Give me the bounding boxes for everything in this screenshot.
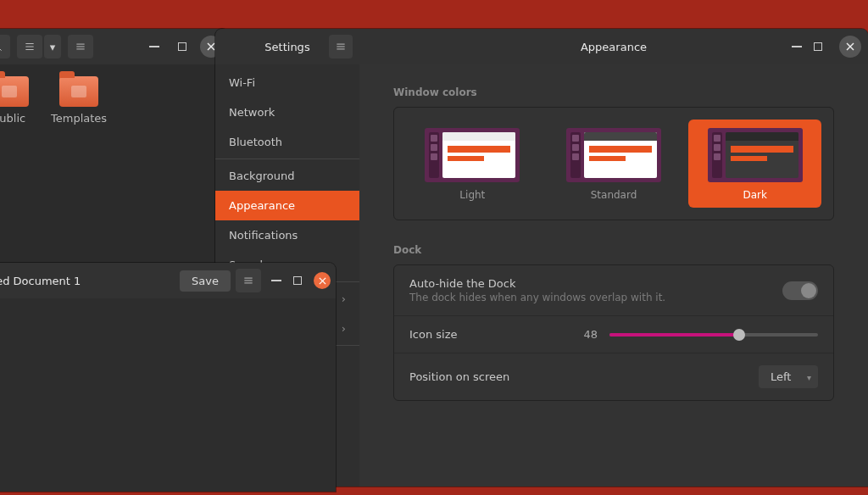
- sidebar-item-label: Background: [229, 170, 295, 182]
- files-titlebar: ▾: [0, 29, 229, 64]
- icon-size-slider[interactable]: [609, 333, 818, 336]
- folder-templates[interactable]: Templates: [51, 76, 107, 125]
- close-button[interactable]: [839, 36, 861, 58]
- editor-text-area[interactable]: [0, 298, 336, 492]
- sidebar-item-appearance[interactable]: Appearance: [215, 191, 359, 220]
- theme-preview-dark: [708, 128, 803, 182]
- icon-size-label: Icon size: [409, 328, 562, 341]
- save-button[interactable]: Save: [180, 270, 231, 292]
- settings-main: Appearance Window colors Light: [359, 29, 868, 487]
- dock-section-label: Dock: [393, 244, 834, 256]
- sidebar-item-bluetooth[interactable]: Bluetooth: [215, 127, 359, 157]
- settings-main-titlebar: Appearance: [359, 29, 868, 64]
- hamburger-icon[interactable]: [68, 35, 93, 58]
- autohide-label: Auto-hide the Dock: [409, 277, 665, 290]
- theme-preview-light: [425, 128, 520, 182]
- list-view-icon[interactable]: [17, 35, 42, 58]
- sidebar-item-label: Wi-Fi: [229, 76, 255, 89]
- color-option-label: Light: [459, 189, 485, 201]
- minimize-button[interactable]: [792, 46, 802, 47]
- settings-sidebar-titlebar: Settings: [215, 29, 359, 64]
- color-option-light[interactable]: Light: [406, 120, 539, 208]
- color-option-dark[interactable]: Dark: [688, 120, 821, 208]
- position-dropdown[interactable]: Left: [759, 365, 818, 388]
- theme-preview-standard: [566, 128, 661, 182]
- dock-settings-box: Auto-hide the Dock The dock hides when a…: [393, 264, 834, 401]
- autohide-row: Auto-hide the Dock The dock hides when a…: [394, 265, 833, 315]
- hamburger-icon[interactable]: [329, 35, 353, 58]
- maximize-button[interactable]: [293, 276, 302, 285]
- sidebar-item-background[interactable]: Background: [215, 161, 359, 191]
- chevron-right-icon: ›: [342, 322, 346, 335]
- sidebar-item-network[interactable]: Network: [215, 97, 359, 127]
- svg-line-1: [0, 48, 2, 51]
- color-option-label: Dark: [743, 189, 766, 201]
- page-title: Appearance: [366, 41, 861, 53]
- color-option-standard[interactable]: Standard: [548, 120, 681, 208]
- folder-icon: [59, 76, 98, 107]
- icon-size-value: 48: [574, 328, 598, 341]
- position-value: Left: [771, 370, 791, 383]
- files-body: Public Templates: [0, 64, 229, 136]
- close-button[interactable]: [314, 272, 331, 289]
- chevron-right-icon: ›: [342, 292, 346, 305]
- sidebar-item-notifications[interactable]: Notifications: [215, 220, 359, 250]
- autohide-sub: The dock hides when any windows overlap …: [409, 292, 665, 303]
- folder-public[interactable]: Public: [0, 76, 29, 125]
- editor-title: Untitled Document 1: [0, 275, 81, 287]
- maximize-button[interactable]: [178, 42, 186, 51]
- maximize-button[interactable]: [814, 42, 822, 51]
- text-editor-window: Untitled Document 1 Save: [0, 263, 336, 492]
- hamburger-icon[interactable]: [236, 269, 261, 292]
- sidebar-item-wifi[interactable]: Wi-Fi: [215, 68, 359, 97]
- window-colors-box: Light Standard Dark: [393, 107, 834, 220]
- sidebar-item-label: Appearance: [229, 199, 295, 212]
- minimize-button[interactable]: [271, 280, 281, 281]
- sidebar-item-label: Network: [229, 106, 275, 119]
- position-label: Position on screen: [409, 370, 562, 383]
- window-colors-label: Window colors: [393, 86, 834, 98]
- editor-titlebar: Untitled Document 1 Save: [0, 263, 336, 298]
- view-dropdown-icon[interactable]: ▾: [44, 35, 61, 58]
- folder-label: Templates: [51, 112, 107, 125]
- folder-label: Public: [0, 112, 25, 125]
- position-row: Position on screen Left: [394, 353, 833, 400]
- save-button-label: Save: [192, 275, 219, 287]
- files-window: ▾ Public Templates: [0, 29, 229, 266]
- icon-size-row: Icon size 48: [394, 315, 833, 353]
- color-option-label: Standard: [591, 189, 637, 201]
- sidebar-item-label: Notifications: [229, 229, 298, 242]
- autohide-toggle[interactable]: [782, 281, 818, 300]
- minimize-button[interactable]: [149, 46, 159, 47]
- folder-icon: [0, 76, 29, 107]
- sidebar-item-label: Bluetooth: [229, 136, 282, 148]
- search-icon[interactable]: [0, 35, 10, 58]
